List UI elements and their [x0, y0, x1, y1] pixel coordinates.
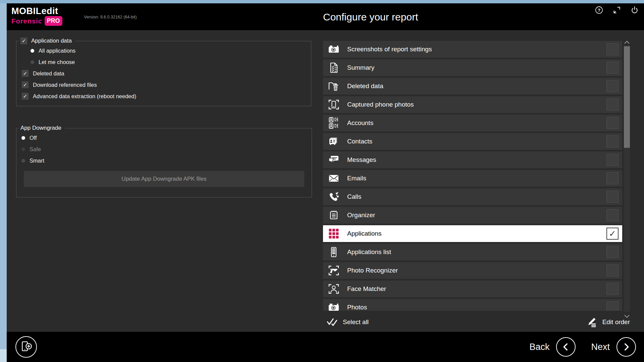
checkbox-label: Download referenced files — [33, 82, 97, 88]
report-row-screenshots-of-report-settings[interactable]: Screenshots of report settings — [323, 41, 622, 58]
application-data-checkboxes: Deleted data Download referenced files A… — [16, 68, 311, 102]
report-row-label: Captured phone photos — [347, 101, 606, 108]
photo-recognizer-icon — [328, 264, 340, 277]
report-row-checkbox[interactable] — [606, 99, 619, 111]
select-all-button[interactable]: Select all — [326, 316, 369, 328]
report-row-emails[interactable]: Emails — [323, 170, 622, 187]
radio-off[interactable]: Off — [16, 132, 312, 143]
help-icon[interactable]: ? — [594, 5, 604, 15]
report-row-deleted-data[interactable]: Deleted data — [323, 78, 622, 95]
report-row-organizer[interactable]: Organizer — [323, 207, 622, 224]
report-row-label: Photos — [347, 304, 606, 311]
bottom-bar: Back Next — [7, 332, 644, 362]
list-scrollbar[interactable] — [624, 40, 630, 318]
report-row-checkbox[interactable] — [606, 246, 619, 258]
report-row-captured-phone-photos[interactable]: Captured phone photos — [323, 96, 622, 113]
report-row-accounts[interactable]: Accounts — [323, 115, 622, 131]
report-row-checkbox[interactable] — [606, 301, 619, 311]
captured-phone-icon — [328, 99, 340, 111]
checkbox-box[interactable] — [22, 70, 29, 77]
desktop-edge-top — [0, 0, 644, 3]
report-row-label: Photo Recognizer — [347, 267, 606, 274]
scroll-up-button[interactable] — [624, 40, 630, 44]
radio-dot — [21, 147, 25, 151]
report-row-label: Calls — [347, 193, 606, 200]
radio-all-applications[interactable]: All applications — [16, 45, 311, 56]
report-row-checkbox[interactable] — [606, 209, 619, 221]
version-text: Version: 9.6.0.32162 (64-bit) — [84, 15, 137, 19]
report-row-checkbox[interactable] — [606, 43, 619, 55]
update-apk-button[interactable]: Update App Downgrade APK files — [24, 171, 304, 187]
report-row-label: Applications list — [347, 248, 606, 256]
report-row-checkbox[interactable] — [606, 117, 619, 129]
application-data-group: Application data All applications Let me… — [16, 38, 311, 106]
page-title: Configure your report — [323, 11, 418, 23]
add-phone-icon — [19, 339, 33, 355]
report-row-photo-recognizer[interactable]: Photo Recognizer — [323, 262, 622, 279]
applications-grid-icon — [328, 228, 340, 240]
report-row-photos[interactable]: Photos — [323, 299, 622, 311]
wizard-nav: Back Next — [529, 332, 636, 362]
back-button[interactable]: Back — [529, 337, 576, 357]
report-row-checkbox[interactable] — [606, 191, 619, 203]
list-footer: Select all Edit order — [323, 314, 630, 330]
title-bar: MOBILedit Forensic PRO Version: 9.6.0.32… — [7, 3, 644, 30]
scrollbar-track[interactable] — [624, 46, 630, 312]
radio-smart[interactable]: Smart — [16, 155, 312, 166]
report-row-checkbox[interactable] — [606, 283, 619, 295]
checkbox-advanced-data-extraction-reboot-needed[interactable]: Advanced data extraction (reboot needed) — [16, 90, 311, 102]
report-row-contacts[interactable]: Contacts — [323, 133, 622, 150]
radio-let-me-choose[interactable]: Let me choose — [16, 56, 311, 68]
report-row-label: Contacts — [347, 138, 606, 145]
power-icon[interactable] — [630, 5, 639, 15]
add-phone-button[interactable] — [15, 336, 37, 358]
checkbox-deleted-data[interactable]: Deleted data — [16, 68, 311, 79]
report-row-applications[interactable]: Applications — [323, 225, 622, 242]
report-row-checkbox[interactable] — [606, 172, 619, 184]
next-button[interactable]: Next — [591, 337, 636, 357]
applications-list-icon — [328, 246, 340, 258]
organizer-icon — [328, 209, 340, 221]
report-row-summary[interactable]: Summary — [323, 59, 622, 76]
report-row-calls[interactable]: Calls — [323, 188, 622, 205]
checkbox-download-referenced-files[interactable]: Download referenced files — [16, 79, 311, 90]
deleted-data-icon — [328, 80, 340, 92]
emails-icon — [328, 172, 340, 184]
chevron-left-icon[interactable] — [556, 337, 576, 357]
report-row-checkbox[interactable] — [606, 80, 619, 92]
edit-order-button[interactable]: Edit order — [586, 316, 630, 328]
checkbox-label: Deleted data — [33, 70, 64, 77]
report-row-checkbox[interactable] — [606, 264, 619, 277]
report-row-checkbox[interactable] — [606, 228, 619, 240]
summary-doc-icon — [328, 62, 340, 74]
radio-safe[interactable]: Safe — [16, 143, 312, 155]
calls-icon — [328, 191, 340, 203]
app-downgrade-group: App Downgrade Off Safe Smart Update App … — [16, 125, 312, 197]
report-row-face-matcher[interactable]: Face Matcher — [323, 281, 622, 297]
report-row-checkbox[interactable] — [606, 135, 619, 147]
report-row-checkbox[interactable] — [606, 62, 619, 74]
checkbox-box[interactable] — [22, 93, 29, 100]
logo-pro-badge: PRO — [45, 16, 62, 26]
contacts-icon — [328, 135, 340, 147]
checkbox-box[interactable] — [22, 81, 29, 88]
screen: MOBILedit Forensic PRO Version: 9.6.0.32… — [0, 0, 644, 362]
report-row-label: Deleted data — [347, 82, 606, 90]
next-label: Next — [591, 342, 610, 352]
desktop-edge-left-bottom — [0, 349, 7, 362]
application-data-checkbox[interactable] — [20, 38, 27, 44]
app-logo: MOBILedit Forensic PRO — [11, 6, 62, 26]
checkbox-label: Advanced data extraction (reboot needed) — [33, 93, 136, 100]
chevron-right-icon[interactable] — [616, 337, 636, 357]
report-row-label: Emails — [347, 175, 606, 182]
report-row-messages[interactable]: Messages — [323, 152, 622, 168]
restore-window-icon[interactable] — [612, 5, 622, 15]
report-sections-list: Screenshots of report settings Summary D… — [323, 41, 622, 311]
report-row-checkbox[interactable] — [606, 154, 619, 166]
scrollbar-thumb[interactable] — [624, 46, 630, 148]
select-all-label: Select all — [343, 318, 369, 326]
report-row-applications-list[interactable]: Applications list — [323, 244, 622, 260]
photos-icon — [328, 301, 340, 311]
application-data-radios: All applications Let me choose — [16, 45, 311, 68]
application-data-label: Application data — [31, 38, 72, 44]
